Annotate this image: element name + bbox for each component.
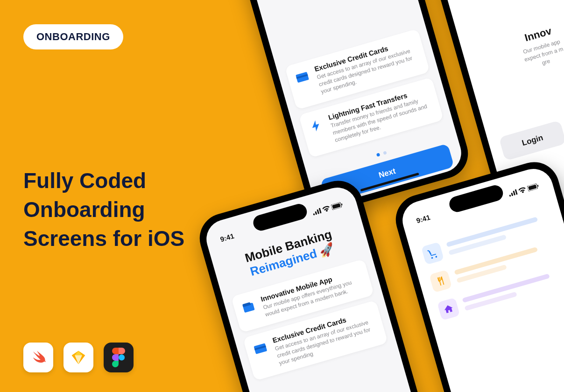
- svg-rect-9: [315, 211, 317, 215]
- wallet-icon: [238, 297, 259, 318]
- partial-line: gre: [541, 57, 551, 66]
- wifi-icon: [322, 205, 331, 213]
- badge-onboarding: ONBOARDING: [23, 24, 123, 49]
- battery-icon: [527, 183, 539, 191]
- phone-mock-4: 9:41: [390, 156, 564, 392]
- signal-icon: [508, 189, 518, 196]
- wifi-icon: [518, 187, 527, 194]
- sketch-icon: [63, 343, 93, 372]
- credit-card-icon: [250, 338, 271, 359]
- svg-rect-22: [515, 189, 518, 195]
- home-icon: [437, 297, 460, 320]
- svg-point-5: [119, 354, 125, 360]
- svg-rect-14: [341, 203, 343, 205]
- battery-icon: [331, 202, 343, 210]
- status-time: 9:41: [219, 231, 235, 243]
- swift-icon: [23, 343, 53, 372]
- status-icons: [508, 183, 539, 197]
- signal-icon: [312, 208, 322, 215]
- svg-rect-11: [319, 208, 322, 213]
- pager-dot: [383, 151, 387, 155]
- login-button[interactable]: Login: [499, 120, 564, 161]
- food-icon: [429, 270, 452, 293]
- headline-line-2: Onboarding: [23, 197, 145, 222]
- tool-icons-row: [23, 343, 134, 372]
- status-icons: [312, 202, 343, 216]
- svg-rect-21: [513, 191, 515, 196]
- lightning-icon: [306, 115, 327, 136]
- headline-line-1: Fully Coded: [23, 168, 146, 193]
- svg-rect-19: [509, 195, 511, 197]
- svg-rect-20: [511, 193, 513, 196]
- credit-card-icon: [292, 67, 313, 88]
- svg-rect-8: [313, 213, 315, 216]
- status-time: 9:41: [416, 213, 431, 224]
- headline-line-3: Screens for iOS: [23, 226, 184, 251]
- cart-icon: [421, 242, 444, 265]
- pager-dot-active: [376, 153, 381, 157]
- svg-rect-10: [317, 210, 319, 214]
- figma-icon: [104, 343, 134, 372]
- svg-rect-25: [537, 185, 539, 187]
